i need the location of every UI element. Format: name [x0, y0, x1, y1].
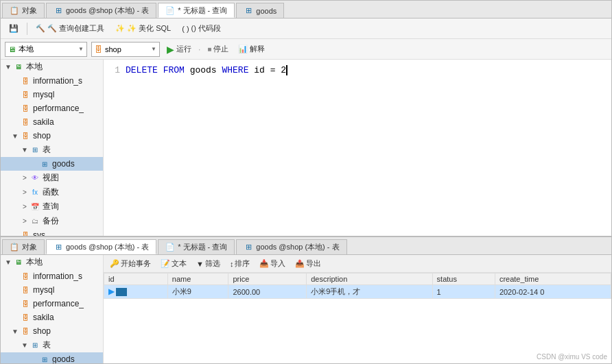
grid-toolbar: 🔑 开始事务 📝 文本 ▼ 筛选 ↕ 排序 📥 导入: [104, 255, 611, 273]
db-icon-sys: 🗄: [20, 230, 31, 236]
bottom-tab-goods-table2[interactable]: ⊞ goods @shop (本地) - 表: [236, 239, 346, 254]
expand-backups: >: [20, 217, 30, 225]
import-button[interactable]: 📥 导入: [256, 258, 289, 269]
sidebar-item-sakila[interactable]: 🗄 sakila: [1, 115, 103, 129]
sidebar-item-goods[interactable]: ⊞ goods: [1, 157, 103, 171]
expand-tables: ▼: [20, 146, 30, 154]
col-name: name: [167, 274, 228, 285]
beautify-sql-button[interactable]: ✨ ✨ 美化 SQL: [111, 22, 175, 35]
expand-funcs: >: [20, 189, 30, 196]
tab-goods-table[interactable]: ⊞ goods @shop (本地) - 表: [46, 3, 156, 18]
sidebar-item-queries-folder[interactable]: > 📅 查询: [1, 199, 103, 214]
expand-local: ▼: [3, 63, 13, 71]
bottom-sidebar-shop[interactable]: ▼ 🗄 shop: [1, 324, 103, 338]
sidebar-item-mysql[interactable]: 🗄 mysql: [1, 88, 103, 101]
filter-button[interactable]: ▼ 筛选: [193, 258, 224, 269]
code-segment-button[interactable]: ( ) () 代码段: [178, 22, 225, 35]
data-table: id name price description status create_…: [104, 273, 611, 299]
bottom-tab-bar: 📋 对象 ⊞ goods @shop (本地) - 表 📄 * 无标题 - 查询…: [1, 237, 611, 255]
run-button[interactable]: ▶ 运行: [164, 43, 194, 56]
sidebar-item-local[interactable]: ▼ 🖥 本地: [1, 60, 103, 74]
db-icon-info: 🗄: [20, 75, 31, 86]
func-folder-icon: fx: [30, 187, 40, 198]
build-query-button[interactable]: 🔨 🔨 查询创建工具: [32, 22, 108, 35]
object-icon: 📋: [10, 6, 19, 16]
backup-folder-icon: 🗂: [30, 216, 40, 227]
sort-button[interactable]: ↕ 排序: [226, 258, 254, 269]
sidebar-item-sys[interactable]: 🗄 sys: [1, 228, 103, 236]
export-button[interactable]: 📤 导出: [292, 258, 325, 269]
db-selector[interactable]: 🗄 shop ▼: [91, 42, 160, 57]
query-icon: 📄: [165, 5, 175, 15]
db-icon-shop: 🗄: [20, 130, 31, 141]
local-selector[interactable]: 🖥 本地 ▼: [5, 42, 87, 57]
cell-status: 1: [432, 285, 495, 299]
grid-area: 🔑 开始事务 📝 文本 ▼ 筛选 ↕ 排序 📥 导入: [104, 255, 611, 363]
tab-object[interactable]: 📋 对象: [2, 3, 45, 18]
tab-query[interactable]: 📄 * 无标题 - 查询: [158, 3, 235, 18]
bottom-window: 📋 对象 ⊞ goods @shop (本地) - 表 📄 * 无标题 - 查询…: [0, 236, 612, 364]
separator-dot: ·: [198, 45, 200, 54]
bottom-sidebar-performance[interactable]: 🗄 performance_: [1, 297, 103, 311]
sidebar-item-information[interactable]: 🗄 information_s: [1, 74, 103, 88]
sidebar-item-tables-folder[interactable]: ▼ ⊞ 表: [1, 143, 103, 157]
explain-button[interactable]: 📊 解释: [235, 43, 268, 56]
sidebar-item-shop[interactable]: ▼ 🗄 shop: [1, 129, 103, 143]
bottom-sidebar: ▼ 🖥 本地 🗄 information_s 🗄 mysql 🗄 perform…: [1, 255, 104, 363]
begin-transaction-button[interactable]: 🔑 开始事务: [106, 258, 154, 269]
sidebar-item-views-folder[interactable]: > 👁 视图: [1, 171, 103, 185]
sidebar-item-functions-folder[interactable]: > fx 函数: [1, 185, 103, 199]
bottom-sidebar-mysql[interactable]: 🗄 mysql: [1, 283, 103, 297]
expand-shop-b: ▼: [10, 328, 20, 335]
bottom-sidebar-tables-folder[interactable]: ▼ ⊞ 表: [1, 338, 103, 352]
table-row[interactable]: ▶ 小米9 2600.00 小米9手机，才 1 2020-02-14 0: [104, 285, 611, 299]
col-create-time: create_time: [495, 274, 611, 285]
row-arrow-icon: ▶: [108, 287, 114, 295]
cell-create-time: 2020-02-14 0: [495, 285, 611, 299]
code-editor[interactable]: 1 DELETE FROM goods WHERE id = 2: [104, 60, 611, 236]
bottom-tab-goods-table[interactable]: ⊞ goods @shop (本地) - 表: [46, 239, 156, 254]
text-cursor: [286, 65, 287, 75]
filter-icon: ▼: [196, 260, 204, 268]
expand-shop: ▼: [10, 132, 20, 140]
cell-name: 小米9: [167, 285, 228, 299]
db-icon-perf: 🗄: [20, 103, 31, 114]
db-icon-shop-b: 🗄: [20, 326, 31, 337]
table-icon2: ⊞: [244, 6, 253, 16]
row-icon: [116, 288, 127, 296]
stop-icon: ■: [207, 45, 211, 53]
code-content: DELETE FROM goods WHERE id = 2: [126, 65, 287, 75]
view-folder-icon: 👁: [30, 173, 40, 184]
tab-goods2[interactable]: ⊞ goods: [236, 3, 284, 18]
db-icon: 🗄: [95, 45, 102, 53]
bottom-sidebar-goods[interactable]: ⊞ goods: [1, 352, 103, 363]
stop-button[interactable]: ■ 停止: [204, 43, 231, 56]
expand-views: >: [20, 174, 30, 182]
db-icon-perf-b: 🗄: [20, 298, 31, 309]
condition: id = 2: [254, 65, 286, 75]
expand-queries: >: [20, 203, 30, 210]
sidebar-item-backups-folder[interactable]: > 🗂 备份: [1, 214, 103, 228]
transaction-icon: 🔑: [110, 259, 119, 268]
top-tab-bar: 📋 对象 ⊞ goods @shop (本地) - 表 📄 * 无标题 - 查询…: [1, 1, 611, 19]
bottom-sidebar-local[interactable]: ▼ 🖥 本地: [1, 255, 103, 269]
top-main-area: ▼ 🖥 本地 🗄 information_s 🗄 mysql 🗄 perform…: [1, 60, 611, 236]
bottom-tab-object[interactable]: 📋 对象: [2, 239, 45, 254]
sidebar-item-performance[interactable]: 🗄 performance_: [1, 101, 103, 115]
cell-id: ▶: [104, 285, 168, 299]
db-dropdown-arrow: ▼: [151, 46, 156, 52]
bottom-tab-query[interactable]: 📄 * 无标题 - 查询: [158, 239, 235, 254]
bottom-object-icon: 📋: [10, 243, 19, 252]
save-button[interactable]: 💾: [5, 23, 23, 34]
col-status: status: [432, 274, 495, 285]
hammer-icon: 🔨: [36, 24, 45, 33]
export-icon: 📤: [295, 259, 305, 268]
keyword-from: FROM: [163, 65, 185, 75]
db-icon-sakila-b: 🗄: [20, 312, 31, 323]
text-button[interactable]: 📝 文本: [157, 258, 190, 269]
bottom-sidebar-information[interactable]: 🗄 information_s: [1, 269, 103, 283]
bottom-sidebar-sakila[interactable]: 🗄 sakila: [1, 311, 103, 324]
local-icon: 🖥: [8, 45, 16, 53]
code-icon: ( ): [182, 25, 189, 33]
explain-icon: 📊: [238, 45, 248, 53]
